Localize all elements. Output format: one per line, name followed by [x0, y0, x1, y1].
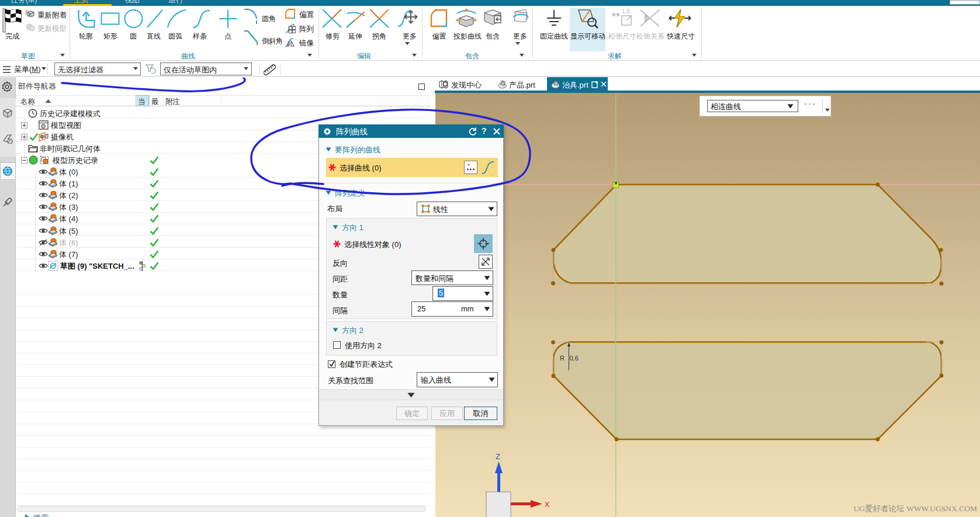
svg-text:1.0: 1.0 — [622, 9, 630, 15]
svg-text:0,6: 0,6 — [570, 355, 579, 362]
svg-text:X: X — [545, 501, 550, 509]
svg-text:Z: Z — [496, 452, 500, 461]
svg-text:R: R — [560, 355, 565, 362]
